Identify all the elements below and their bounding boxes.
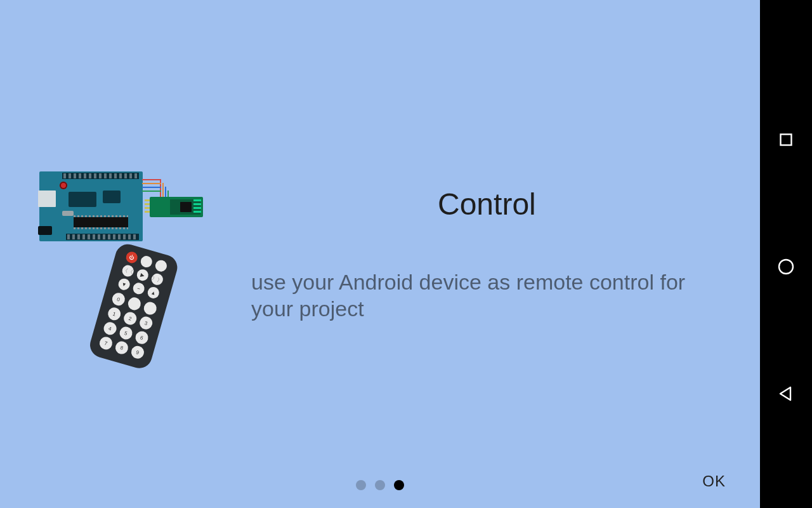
square-icon — [778, 132, 794, 147]
system-nav-bar — [760, 0, 812, 508]
page-dot-0[interactable] — [356, 480, 366, 490]
onboarding-description: use your Android device as remote contro… — [251, 269, 721, 323]
arduino-board-graphic — [39, 171, 143, 241]
svg-rect-0 — [781, 135, 792, 145]
nav-home-button[interactable] — [776, 257, 796, 277]
nav-back-button[interactable] — [776, 384, 796, 404]
bluetooth-module-graphic — [150, 197, 203, 217]
onboarding-page[interactable]: ⏻ 〈〈 ▶ 〉〉 ▼ − ▲ 0 — [0, 0, 760, 508]
page-dot-2[interactable] — [394, 480, 404, 490]
svg-point-1 — [779, 260, 793, 274]
page-indicator — [0, 480, 760, 490]
onboarding-illustration: ⏻ 〈〈 ▶ 〉〉 ▼ − ▲ 0 — [37, 171, 214, 362]
nav-recent-button[interactable] — [776, 130, 796, 150]
circle-icon — [777, 258, 795, 276]
back-triangle-icon — [778, 385, 794, 402]
page-dot-1[interactable] — [375, 480, 385, 490]
remote-control-graphic: ⏻ 〈〈 ▶ 〉〉 ▼ − ▲ 0 — [87, 241, 180, 371]
screen: ⏻ 〈〈 ▶ 〉〉 ▼ − ▲ 0 — [0, 0, 812, 508]
onboarding-title: Control — [438, 187, 536, 222]
ok-button[interactable]: OK — [696, 467, 732, 495]
